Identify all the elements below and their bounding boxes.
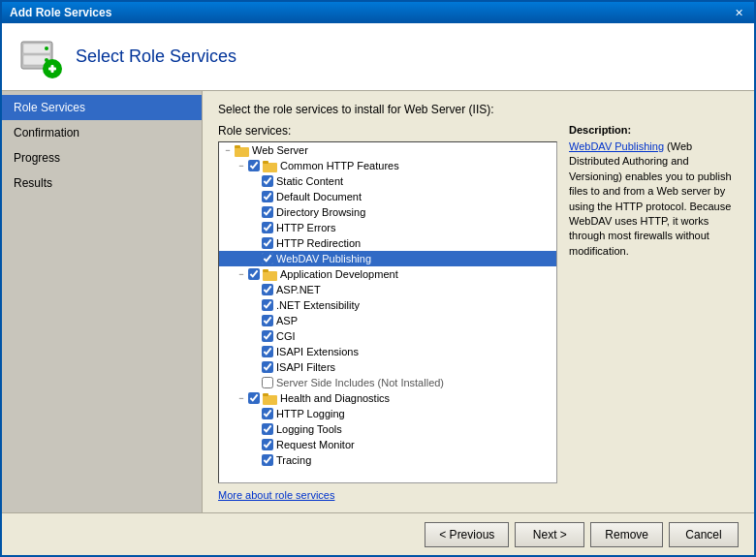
sidebar: Role Services Confirmation Progress Resu… — [2, 91, 203, 512]
svg-rect-10 — [235, 145, 240, 148]
label-isapi-filters: ISAPI Filters — [276, 361, 335, 373]
folder-icon-web-server — [235, 144, 250, 157]
svg-rect-16 — [263, 393, 268, 396]
label-logging-tools: Logging Tools — [276, 423, 342, 435]
cb-http-errors[interactable] — [262, 222, 273, 233]
cb-tracing[interactable] — [262, 454, 273, 466]
cb-default-document[interactable] — [262, 191, 273, 202]
role-list-box[interactable]: − Web Server − Common HTTP Features — [218, 141, 557, 483]
tree-item-directory-browsing[interactable]: − Directory Browsing — [219, 204, 556, 220]
tree-item-isapi-extensions[interactable]: − ISAPI Extensions — [219, 344, 556, 359]
label-tracing: Tracing — [276, 454, 311, 466]
desc-label: Description: — [569, 124, 739, 136]
cb-asp[interactable] — [262, 315, 273, 326]
close-button[interactable]: ✕ — [731, 5, 746, 20]
desc-link[interactable]: WebDAV Publishing — [569, 140, 664, 152]
label-health-diagnostics: Health and Diagnostics — [280, 392, 390, 404]
header-title: Select Role Services — [76, 46, 236, 67]
svg-rect-7 — [51, 65, 54, 73]
tree-item-asp[interactable]: − ASP — [219, 313, 556, 328]
cb-request-monitor[interactable] — [262, 439, 273, 450]
main-panel: Select the role services to install for … — [203, 91, 754, 512]
label-directory-browsing: Directory Browsing — [276, 206, 365, 218]
label-app-development: Application Development — [280, 268, 398, 280]
label-server-side-includes: Server Side Includes (Not Installed) — [276, 377, 444, 388]
cb-asp-net[interactable] — [262, 284, 273, 295]
label-net-extensibility: .NET Extensibility — [276, 299, 360, 311]
svg-point-3 — [45, 46, 48, 50]
cb-common-http[interactable] — [248, 160, 260, 171]
tree-item-http-logging[interactable]: − HTTP Logging — [219, 406, 556, 421]
tree-item-common-http[interactable]: − Common HTTP Features — [219, 158, 556, 173]
tree-item-webdav-publishing[interactable]: − WebDAV Publishing — [219, 251, 556, 266]
cb-app-development[interactable] — [248, 268, 260, 280]
label-common-http: Common HTTP Features — [280, 160, 399, 171]
more-link[interactable]: More about role services — [218, 489, 557, 501]
label-webdav-publishing: WebDAV Publishing — [276, 253, 371, 264]
tree-item-net-extensibility[interactable]: − .NET Extensibility — [219, 297, 556, 313]
cb-http-logging[interactable] — [262, 408, 273, 419]
label-asp: ASP — [276, 315, 298, 326]
svg-rect-11 — [263, 163, 277, 172]
cb-net-extensibility[interactable] — [262, 299, 273, 311]
tree-item-http-errors[interactable]: − HTTP Errors — [219, 220, 556, 235]
title-bar: Add Role Services ✕ — [2, 2, 754, 23]
tree-item-asp-net[interactable]: − ASP.NET — [219, 282, 556, 297]
header: Select Role Services — [2, 23, 754, 91]
content-area: Role Services Confirmation Progress Resu… — [2, 91, 754, 512]
tree-item-server-side-includes[interactable]: − Server Side Includes (Not Installed) — [219, 375, 556, 390]
svg-rect-13 — [263, 271, 277, 281]
toggle-common-http[interactable]: − — [235, 159, 248, 172]
desc-panel: Description: WebDAV Publishing (Web Dist… — [569, 124, 739, 501]
tree-item-static-content[interactable]: − Static Content — [219, 173, 556, 189]
label-web-server: Web Server — [252, 144, 308, 156]
header-icon — [17, 34, 64, 80]
role-services-label: Role services: — [218, 124, 557, 138]
footer: < Previous Next > Remove Cancel — [2, 512, 754, 555]
toggle-app-development[interactable]: − — [235, 267, 248, 281]
cb-http-redirection[interactable] — [262, 237, 273, 249]
toggle-web-server[interactable]: − — [221, 143, 235, 157]
label-http-redirection: HTTP Redirection — [276, 237, 361, 249]
folder-icon-common-http — [263, 160, 278, 172]
sidebar-item-progress[interactable]: Progress — [2, 145, 202, 170]
desc-text: WebDAV Publishing (Web Distributed Autho… — [569, 139, 739, 259]
tree-item-isapi-filters[interactable]: − ISAPI Filters — [219, 359, 556, 375]
tree-item-web-server[interactable]: − Web Server — [219, 142, 556, 158]
role-list-container: Role services: − Web Server − — [218, 124, 557, 501]
cb-isapi-extensions[interactable] — [262, 346, 273, 357]
tree-item-logging-tools[interactable]: − Logging Tools — [219, 421, 556, 437]
cb-cgi[interactable] — [262, 330, 273, 342]
folder-icon-app-dev — [263, 268, 278, 281]
tree-item-tracing[interactable]: − Tracing — [219, 452, 556, 468]
cb-static-content[interactable] — [262, 175, 273, 187]
tree-item-request-monitor[interactable]: − Request Monitor — [219, 437, 556, 452]
previous-button[interactable]: < Previous — [425, 522, 509, 547]
cb-directory-browsing[interactable] — [262, 206, 273, 218]
sidebar-item-confirmation[interactable]: Confirmation — [2, 120, 202, 145]
tree-item-cgi[interactable]: − CGI — [219, 328, 556, 344]
cb-server-side-includes[interactable] — [262, 377, 273, 388]
folder-icon-health — [263, 392, 278, 405]
cancel-button[interactable]: Cancel — [669, 522, 739, 547]
window: Add Role Services ✕ Select Role Services — [0, 0, 756, 557]
svg-rect-14 — [263, 269, 268, 272]
panel-body: Role services: − Web Server − — [218, 124, 739, 501]
cb-isapi-filters[interactable] — [262, 361, 273, 373]
sidebar-item-results[interactable]: Results — [2, 170, 202, 196]
label-default-document: Default Document — [276, 191, 362, 202]
next-button[interactable]: Next > — [515, 522, 584, 547]
sidebar-item-role-services[interactable]: Role Services — [2, 95, 202, 120]
tree-item-health-diagnostics[interactable]: − Health and Diagnostics — [219, 390, 556, 406]
main-description: Select the role services to install for … — [218, 103, 739, 116]
svg-rect-15 — [263, 395, 277, 405]
cb-health-diagnostics[interactable] — [248, 392, 260, 404]
toggle-health-diagnostics[interactable]: − — [235, 391, 248, 405]
remove-button[interactable]: Remove — [590, 522, 663, 547]
tree-item-http-redirection[interactable]: − HTTP Redirection — [219, 235, 556, 251]
label-isapi-extensions: ISAPI Extensions — [276, 346, 359, 357]
cb-logging-tools[interactable] — [262, 423, 273, 435]
tree-item-app-development[interactable]: − Application Development — [219, 266, 556, 282]
cb-webdav-publishing[interactable] — [262, 253, 273, 264]
tree-item-default-document[interactable]: − Default Document — [219, 189, 556, 204]
